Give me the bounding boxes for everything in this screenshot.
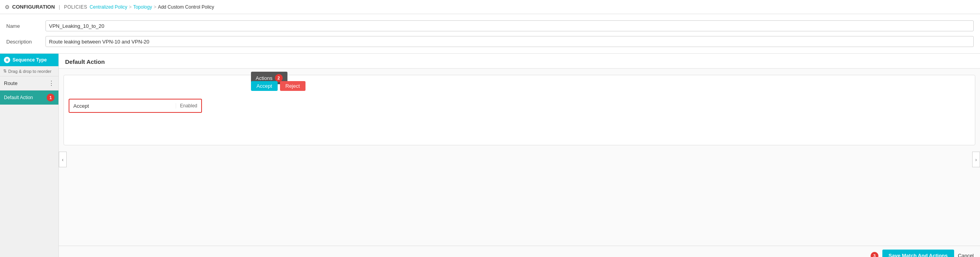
actions-dropdown-label: Actions — [256, 75, 273, 81]
header-bar: ⚙ CONFIGURATION | POLICIES Centralized P… — [0, 0, 980, 14]
description-row: Description — [6, 34, 974, 49]
cancel-button[interactable]: Cancel — [958, 253, 974, 257]
breadcrumb: Centralized Policy > Topology > Add Cust… — [90, 4, 215, 10]
breadcrumb-centralized[interactable]: Centralized Policy — [90, 4, 127, 10]
breadcrumb-arrow2: > — [154, 4, 156, 10]
default-action-badge: 1 — [47, 94, 55, 101]
sidebar-item-default-action[interactable]: Default Action 1 — [0, 90, 58, 105]
scroll-right-button[interactable]: › — [972, 152, 980, 167]
name-row: Name — [6, 18, 974, 34]
drag-drop-hint: ⇅ Drag & drop to reorder — [0, 66, 58, 76]
accept-box: Accept Enabled — [69, 99, 202, 113]
content-title: Default Action — [59, 54, 980, 69]
route-label: Route — [4, 80, 18, 86]
drag-drop-label: Drag & drop to reorder — [8, 69, 51, 74]
save-match-button[interactable]: Save Match And Actions — [882, 250, 954, 257]
content-area: Default Action Actions 2 Accept Reject A… — [59, 54, 980, 257]
pipe-separator: | — [59, 4, 60, 10]
drag-arrows-icon: ⇅ — [3, 69, 7, 74]
breadcrumb-arrow1: > — [129, 4, 132, 10]
name-label: Name — [6, 23, 45, 29]
sidebar-item-route[interactable]: Route ⋮ — [0, 76, 58, 90]
main-layout: + Sequence Type ⇅ Drag & drop to reorder… — [0, 54, 980, 257]
content-box: Accept Enabled — [64, 75, 975, 145]
sequence-type-label: Sequence Type — [13, 57, 47, 63]
scroll-left-button[interactable]: ‹ — [59, 152, 67, 167]
name-input[interactable] — [45, 20, 974, 31]
sidebar: + Sequence Type ⇅ Drag & drop to reorder… — [0, 54, 59, 257]
step-3-badge: 3 — [871, 252, 878, 257]
actions-badge-2: 2 — [275, 74, 283, 82]
route-options-icon[interactable]: ⋮ — [48, 80, 55, 87]
policies-label: POLICIES — [64, 4, 87, 10]
accept-box-enabled: Enabled — [176, 103, 201, 109]
description-label: Description — [6, 39, 45, 45]
reject-button[interactable]: Reject — [280, 81, 305, 91]
gear-icon: ⚙ — [5, 4, 10, 10]
default-action-label: Default Action — [4, 95, 33, 100]
content-inner: Actions 2 Accept Reject Accept Enabled — [59, 69, 980, 257]
plus-icon: + — [4, 57, 10, 63]
breadcrumb-current: Add Custom Control Policy — [158, 4, 214, 10]
actions-dropdown-buttons: Accept Reject — [251, 81, 305, 91]
accept-button[interactable]: Accept — [251, 81, 278, 91]
config-label: CONFIGURATION — [12, 4, 55, 10]
accept-box-label: Accept — [69, 103, 176, 109]
footer-actions: 3 Save Match And Actions Cancel — [59, 246, 980, 257]
form-section: Name Description — [0, 14, 980, 54]
description-input[interactable] — [45, 36, 974, 47]
sequence-type-button[interactable]: + Sequence Type — [0, 54, 58, 66]
breadcrumb-topology[interactable]: Topology — [133, 4, 152, 10]
